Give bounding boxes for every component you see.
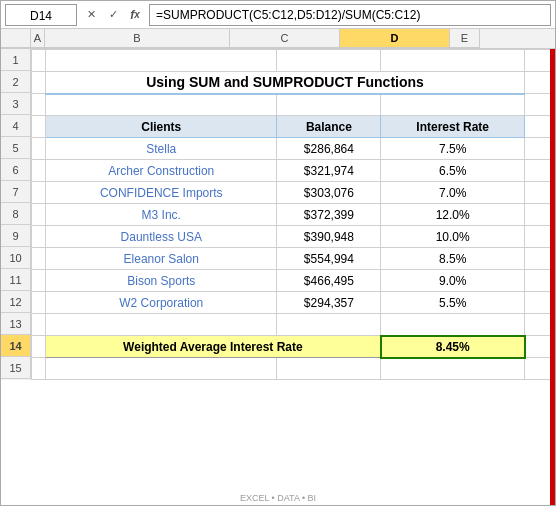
spreadsheet: Using SUM and SUMPRODUCT Functions Clien…	[31, 49, 555, 380]
confirm-icon[interactable]: ✓	[103, 5, 123, 25]
cell-a10[interactable]	[32, 248, 46, 270]
row-num-8: 8	[1, 203, 31, 225]
cell-b13[interactable]	[46, 314, 277, 336]
col-header-a[interactable]: A	[31, 29, 45, 48]
cell-rate-1[interactable]: 7.5%	[381, 138, 525, 160]
cell-balance-8[interactable]: $294,357	[277, 292, 381, 314]
cell-client-8[interactable]: W2 Corporation	[46, 292, 277, 314]
cell-c13[interactable]	[277, 314, 381, 336]
table-row	[32, 314, 555, 336]
cell-a11[interactable]	[32, 270, 46, 292]
cell-rate-6[interactable]: 8.5%	[381, 248, 525, 270]
watermark: EXCEL • DATA • BI	[240, 493, 316, 503]
cancel-icon[interactable]: ✕	[81, 5, 101, 25]
cell-a14[interactable]	[32, 336, 46, 358]
data-table: Using SUM and SUMPRODUCT Functions Clien…	[31, 49, 555, 380]
col-header-b[interactable]: B	[45, 29, 230, 48]
cell-client-6[interactable]: Eleanor Salon	[46, 248, 277, 270]
row-num-4: 4	[1, 115, 31, 137]
cell-balance-5[interactable]: $390,948	[277, 226, 381, 248]
table-row	[32, 358, 555, 380]
cell-a8[interactable]	[32, 204, 46, 226]
row-num-5: 5	[1, 137, 31, 159]
cell-a1[interactable]	[32, 50, 46, 72]
table-row: Weighted Average Interest Rate 8.45%	[32, 336, 555, 358]
grid-area: 1 2 3 4 5 6 7 8 9 10 11 12 13 14 15	[1, 49, 555, 380]
col-header-clients[interactable]: Clients	[46, 116, 277, 138]
cell-a6[interactable]	[32, 160, 46, 182]
table-row: Archer Construction $321,974 6.5%	[32, 160, 555, 182]
table-row: Using SUM and SUMPRODUCT Functions	[32, 72, 555, 94]
table-row	[32, 94, 555, 116]
cell-d3[interactable]	[381, 94, 525, 116]
cell-c1[interactable]	[277, 50, 381, 72]
cell-a3[interactable]	[32, 94, 46, 116]
col-header-balance[interactable]: Balance	[277, 116, 381, 138]
cell-a9[interactable]	[32, 226, 46, 248]
cell-client-5[interactable]: Dauntless USA	[46, 226, 277, 248]
row-num-1: 1	[1, 49, 31, 71]
cell-b1[interactable]	[46, 50, 277, 72]
cell-rate-8[interactable]: 5.5%	[381, 292, 525, 314]
row-num-10: 10	[1, 247, 31, 269]
row-num-7: 7	[1, 181, 31, 203]
cell-balance-2[interactable]: $321,974	[277, 160, 381, 182]
cell-result-value[interactable]: 8.45%	[381, 336, 525, 358]
formula-input[interactable]: =SUMPRODUCT(C5:C12,D5:D12)/SUM(C5:C12)	[149, 4, 551, 26]
cell-balance-1[interactable]: $286,864	[277, 138, 381, 160]
cell-balance-7[interactable]: $466,495	[277, 270, 381, 292]
col-header-c[interactable]: C	[230, 29, 340, 48]
cell-rate-2[interactable]: 6.5%	[381, 160, 525, 182]
cell-a5[interactable]	[32, 138, 46, 160]
table-row: W2 Corporation $294,357 5.5%	[32, 292, 555, 314]
row-num-15: 15	[1, 357, 31, 379]
cell-balance-6[interactable]: $554,994	[277, 248, 381, 270]
cell-rate-7[interactable]: 9.0%	[381, 270, 525, 292]
formula-icons: ✕ ✓ fx	[81, 5, 145, 25]
table-row: Clients Balance Interest Rate	[32, 116, 555, 138]
row-num-11: 11	[1, 269, 31, 291]
cell-result-label[interactable]: Weighted Average Interest Rate	[46, 336, 381, 358]
cell-d15[interactable]	[381, 358, 525, 380]
cell-client-7[interactable]: Bison Sports	[46, 270, 277, 292]
cell-a13[interactable]	[32, 314, 46, 336]
cell-d13[interactable]	[381, 314, 525, 336]
cell-c3[interactable]	[277, 94, 381, 116]
table-row: Dauntless USA $390,948 10.0%	[32, 226, 555, 248]
column-headers: A B C D E	[1, 29, 555, 49]
cell-client-1[interactable]: Stella	[46, 138, 277, 160]
cell-rate-5[interactable]: 10.0%	[381, 226, 525, 248]
row-num-6: 6	[1, 159, 31, 181]
cell-title[interactable]: Using SUM and SUMPRODUCT Functions	[46, 72, 525, 94]
cell-client-4[interactable]: M3 Inc.	[46, 204, 277, 226]
cell-b3[interactable]	[46, 94, 277, 116]
cell-balance-4[interactable]: $372,399	[277, 204, 381, 226]
cell-rate-3[interactable]: 7.0%	[381, 182, 525, 204]
row-num-12: 12	[1, 291, 31, 313]
cell-a15[interactable]	[32, 358, 46, 380]
insert-function-icon[interactable]: fx	[125, 5, 145, 25]
cell-c15[interactable]	[277, 358, 381, 380]
cell-client-3[interactable]: CONFIDENCE Imports	[46, 182, 277, 204]
cell-rate-4[interactable]: 12.0%	[381, 204, 525, 226]
cell-client-2[interactable]: Archer Construction	[46, 160, 277, 182]
name-box[interactable]: D14	[5, 4, 77, 26]
row-num-spacer	[1, 29, 31, 48]
cell-a2[interactable]	[32, 72, 46, 94]
red-edge-bar	[550, 49, 555, 505]
row-num-13: 13	[1, 313, 31, 335]
cell-balance-3[interactable]: $303,076	[277, 182, 381, 204]
row-numbers: 1 2 3 4 5 6 7 8 9 10 11 12 13 14 15	[1, 49, 31, 380]
cell-a12[interactable]	[32, 292, 46, 314]
cell-b15[interactable]	[46, 358, 277, 380]
cell-a4[interactable]	[32, 116, 46, 138]
col-header-interest-rate[interactable]: Interest Rate	[381, 116, 525, 138]
table-row: M3 Inc. $372,399 12.0%	[32, 204, 555, 226]
col-header-d[interactable]: D	[340, 29, 450, 48]
col-header-e[interactable]: E	[450, 29, 480, 48]
cell-a7[interactable]	[32, 182, 46, 204]
formula-bar-area: D14 ✕ ✓ fx =SUMPRODUCT(C5:C12,D5:D12)/SU…	[1, 1, 555, 29]
row-num-9: 9	[1, 225, 31, 247]
cell-d1[interactable]	[381, 50, 525, 72]
row-num-14: 14	[1, 335, 31, 357]
